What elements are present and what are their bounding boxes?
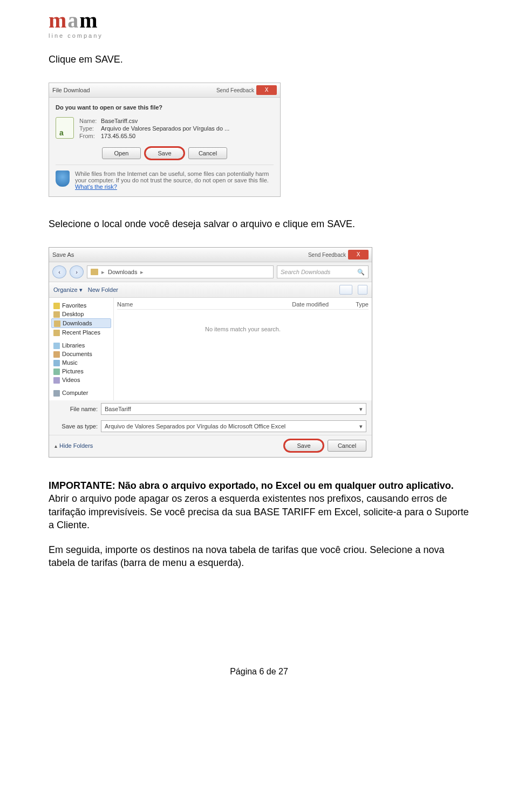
dialog-question: Do you want to open or save this file? (56, 104, 274, 111)
open-button[interactable]: Open (102, 147, 141, 159)
sidebar-documents[interactable]: Documents (51, 350, 111, 358)
organize-menu[interactable]: Organize ▾ (53, 286, 83, 294)
sidebar-favorites[interactable]: Favorites (51, 301, 111, 310)
col-name[interactable]: Name (117, 301, 133, 308)
hide-folders-label: Hide Folders (59, 442, 93, 449)
filetype-label: Save as type: (54, 423, 98, 429)
instruction-2: Selecione o local onde você deseja salva… (49, 219, 469, 230)
paragraph-important: IMPORTANTE: Não abra o arquivo exportado… (49, 479, 469, 531)
logo-letter-m1: m (49, 10, 66, 31)
sidebar-libraries[interactable]: Libraries (51, 341, 111, 350)
sidebar-pictures[interactable]: Pictures (51, 367, 111, 376)
page-footer: Página 6 de 27 (49, 667, 469, 677)
nav-back-button[interactable]: ‹ (52, 265, 66, 278)
sidebar-music[interactable]: Music (51, 358, 111, 367)
breadcrumb[interactable]: ▸ Downloads ▸ (87, 265, 274, 278)
shield-icon (56, 170, 70, 187)
file-list: Name Date modified Type No items match y… (114, 298, 372, 400)
meta-from-value: 173.45.65.50 (101, 133, 135, 139)
whats-the-risk-link[interactable]: What's the risk? (75, 183, 117, 190)
chevron-up-icon: ▴ (54, 443, 57, 449)
sidebar: Favorites Desktop Downloads Recent Place… (49, 298, 114, 400)
dialog-warning-text: While files from the Internet can be use… (75, 170, 274, 190)
meta-type-label: Type: (79, 125, 99, 132)
folder-icon (91, 269, 98, 275)
meta-name-label: Name: (79, 118, 99, 124)
cancel-button[interactable]: Cancel (328, 440, 366, 452)
chevron-right-icon: ▸ (140, 269, 144, 276)
send-feedback-link[interactable]: Send Feedback (216, 87, 254, 93)
send-feedback-link[interactable]: Send Feedback (308, 252, 346, 258)
search-icon: 🔍 (357, 269, 365, 276)
logo-letter-m2: m (79, 10, 97, 31)
sidebar-downloads[interactable]: Downloads (51, 318, 111, 328)
dialog-titlebar: File Download Send Feedback X (49, 83, 280, 98)
sidebar-desktop[interactable]: Desktop (51, 310, 111, 318)
warning-text: While files from the Internet can be use… (75, 170, 269, 183)
new-folder-button[interactable]: New Folder (88, 286, 118, 293)
important-rest: Abrir o arquivo pode apagar os zeros a e… (49, 493, 469, 530)
sidebar-videos[interactable]: Videos (51, 376, 111, 384)
close-icon[interactable]: X (256, 85, 277, 95)
chevron-down-icon[interactable]: ▾ (359, 406, 363, 413)
filename-input[interactable]: BaseTariff ▾ (101, 403, 366, 415)
col-date[interactable]: Date modified (292, 301, 329, 308)
meta-name-value: BaseTariff.csv (101, 118, 138, 124)
empty-message: No items match your search. (117, 310, 369, 349)
filetype-select[interactable]: Arquivo de Valores Separados por Vírgula… (101, 420, 366, 432)
help-icon[interactable] (358, 285, 367, 295)
filename-value: BaseTariff (105, 406, 131, 412)
search-input[interactable]: Search Downloads 🔍 (277, 265, 369, 278)
chevron-right-icon: ▸ (101, 269, 105, 276)
save-button[interactable]: Save (145, 147, 184, 159)
hide-folders-toggle[interactable]: ▴ Hide Folders (54, 442, 93, 449)
file-icon (56, 117, 74, 139)
saveas-title-text: Save As (52, 251, 74, 258)
instruction-1: Clique em SAVE. (49, 54, 469, 65)
cancel-button[interactable]: Cancel (188, 147, 227, 159)
search-placeholder: Search Downloads (281, 269, 330, 275)
logo: m a m line company (49, 10, 469, 39)
paragraph-next: Em seguida, importe os destinos na nova … (49, 543, 469, 570)
breadcrumb-location: Downloads (108, 269, 137, 275)
sidebar-recent[interactable]: Recent Places (51, 328, 111, 337)
close-icon[interactable]: X (348, 250, 369, 260)
filename-label: File name: (54, 406, 98, 412)
chevron-down-icon[interactable]: ▾ (359, 423, 363, 430)
meta-from-label: From: (79, 133, 99, 139)
file-download-dialog: File Download Send Feedback X Do you wan… (49, 83, 281, 197)
col-type[interactable]: Type (356, 301, 369, 308)
important-bold: IMPORTANTE: Não abra o arquivo exportado… (49, 480, 454, 491)
view-options-icon[interactable] (339, 285, 352, 295)
dialog-title-text: File Download (52, 87, 90, 93)
logo-letter-a: a (67, 10, 78, 31)
logo-subtitle: line company (49, 32, 469, 39)
save-as-dialog: Save As Send Feedback X ‹ › ▸ Downloads … (49, 247, 372, 458)
meta-type-value: Arquivo de Valores Separados por Vírgula… (101, 125, 229, 132)
nav-forward-button[interactable]: › (70, 265, 84, 278)
save-button[interactable]: Save (284, 440, 323, 452)
saveas-titlebar: Save As Send Feedback X (49, 248, 372, 262)
filetype-value: Arquivo de Valores Separados por Vírgula… (105, 423, 285, 429)
logo-letters: m a m (49, 10, 469, 31)
sidebar-computer[interactable]: Computer (51, 388, 111, 397)
